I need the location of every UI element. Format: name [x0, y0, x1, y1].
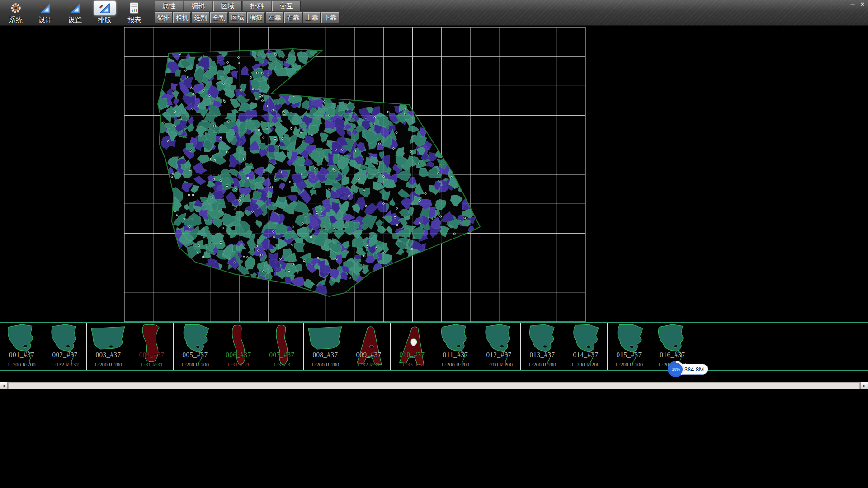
- scrollbar-track[interactable]: [8, 382, 860, 389]
- piece-lr: L:200 R:200: [174, 361, 217, 368]
- piece-lr: L:200 R:200: [564, 361, 607, 368]
- piece-id: 013_#37: [521, 351, 564, 359]
- piece-thumbnail-9[interactable]: 009_#37L:32 R:31: [347, 323, 391, 370]
- progress-circle: 38%: [668, 361, 684, 377]
- tool-button-9[interactable]: 上靠: [303, 12, 321, 23]
- app-button-label: 设计: [38, 16, 52, 24]
- tool-button-6[interactable]: 瑕疵: [247, 12, 265, 23]
- piece-thumbnail-3[interactable]: 003_#37L:200 R:200: [87, 323, 130, 370]
- menu-tab-3[interactable]: 区域: [213, 1, 242, 11]
- piece-id: 015_#37: [608, 351, 651, 359]
- piece-thumbnail-10[interactable]: 010_#37L:33 R:3: [391, 323, 434, 370]
- menu-tab-2[interactable]: 编辑: [184, 1, 212, 11]
- settings-ruler-icon: [68, 1, 82, 15]
- app-button-label: 设置: [68, 16, 82, 24]
- app-button-label: 报表: [127, 16, 141, 24]
- scrollbar-thumb[interactable]: [8, 382, 860, 389]
- piece-thumbnail-14[interactable]: 014_#37L:200 R:200: [564, 323, 608, 370]
- design-ruler-icon: [38, 1, 52, 15]
- piece-id: 011_#37: [434, 351, 477, 359]
- tool-button-1[interactable]: 聚排: [155, 12, 172, 23]
- nesting-layout-icon: [94, 1, 116, 15]
- menu-tab-1[interactable]: 属性: [155, 1, 183, 11]
- piece-thumbnail-6[interactable]: 006_#37L:31 R:21: [217, 323, 260, 370]
- piece-thumbnail-4[interactable]: 004_#37L:31 R:31: [130, 323, 174, 370]
- piece-id: 012_#37: [477, 351, 520, 359]
- piece-id: 007_#37: [260, 351, 303, 359]
- piece-lr: L:132 R:132: [43, 361, 86, 368]
- piece-id: 010_#37: [391, 351, 434, 359]
- piece-lr: L:200 R:200: [434, 361, 477, 368]
- piece-id: 014_#37: [564, 351, 607, 359]
- minimize-button[interactable]: ─: [849, 0, 856, 8]
- piece-id: 006_#37: [217, 351, 260, 359]
- piece-lr: L:33 R:3: [391, 361, 434, 368]
- app-button-1[interactable]: 系统: [2, 1, 29, 24]
- piece-thumbnail-7[interactable]: 007_#37L:3 R:3: [260, 323, 304, 370]
- progress-value: 38%: [672, 367, 680, 371]
- piece-lr: L:31 R:21: [217, 361, 260, 368]
- piece-id: 009_#37: [347, 351, 390, 359]
- menu-area: 属性编辑区域排料交互 聚排相机选割全割区域瑕疵左靠右靠上靠下靠: [150, 0, 340, 25]
- app-button-label: 系统: [9, 16, 23, 24]
- piece-lr: L:3 R:3: [260, 361, 303, 368]
- app-button-4[interactable]: 排版: [91, 1, 118, 24]
- piece-thumbnail-1[interactable]: 001_#37L:700 R:700: [0, 323, 43, 370]
- piece-lr: L:32 R:31: [347, 361, 390, 368]
- app-button-3[interactable]: 设置: [61, 1, 89, 24]
- tool-button-3[interactable]: 选割: [192, 12, 209, 23]
- piece-id: 004_#37: [130, 351, 173, 359]
- piece-lr: L:200 R:200: [608, 361, 651, 368]
- piece-id: 008_#37: [304, 351, 347, 359]
- piece-thumbnail-15[interactable]: 015_#37L:200 R:200: [608, 323, 651, 370]
- piece-lr: L:200 R:200: [304, 361, 347, 368]
- canvas-drawing: [0, 26, 868, 322]
- close-button[interactable]: ✕: [859, 0, 866, 8]
- system-gear-icon: [9, 1, 23, 15]
- app-launcher: 系统设计设置排版报表: [0, 0, 150, 25]
- menu-tab-row: 属性编辑区域排料交互: [155, 0, 340, 11]
- tool-button-8[interactable]: 右靠: [284, 12, 302, 23]
- piece-thumbnail-8[interactable]: 008_#37L:200 R:200: [304, 323, 347, 370]
- tool-button-10[interactable]: 下靠: [321, 12, 339, 23]
- piece-id: 005_#37: [174, 351, 217, 359]
- piece-id: 003_#37: [87, 351, 130, 359]
- menu-tab-5[interactable]: 交互: [272, 1, 301, 11]
- leather-hide[interactable]: [152, 45, 480, 297]
- piece-lr: L:700 R:700: [0, 361, 43, 368]
- piece-thumbnail-2[interactable]: 002_#37L:132 R:132: [43, 323, 87, 370]
- app-button-label: 排版: [98, 16, 112, 24]
- piece-lr: L:200 R:200: [521, 361, 564, 368]
- app-button-5[interactable]: 报表: [121, 1, 148, 24]
- piece-lr: L:200 R:200: [87, 361, 130, 368]
- piece-id: 001_#37: [0, 351, 43, 359]
- tool-button-row: 聚排相机选割全割区域瑕疵左靠右靠上靠下靠: [155, 11, 340, 23]
- piece-lr: L:200 R:200: [477, 361, 520, 368]
- pieces-strip: 001_#37L:700 R:700002_#37L:132 R:132003_…: [0, 322, 868, 371]
- window-controls: ─ ✕: [849, 0, 866, 8]
- piece-thumbnail-13[interactable]: 013_#37L:200 R:200: [521, 323, 564, 370]
- tool-button-5[interactable]: 区域: [229, 12, 246, 23]
- piece-thumbnail-5[interactable]: 005_#37L:200 R:200: [174, 323, 217, 370]
- piece-thumbnail-12[interactable]: 012_#37L:200 R:200: [477, 323, 521, 370]
- toolbar-filler: [340, 0, 868, 25]
- tool-button-2[interactable]: 相机: [173, 12, 191, 23]
- piece-lr: L:31 R:31: [130, 361, 173, 368]
- memory-value: 384.8M: [684, 366, 704, 373]
- horizontal-scrollbar[interactable]: ◄ ►: [0, 382, 868, 389]
- tool-button-7[interactable]: 左靠: [266, 12, 283, 23]
- tool-button-4[interactable]: 全割: [210, 12, 228, 23]
- report-document-icon: [127, 1, 141, 15]
- piece-thumbnail-11[interactable]: 011_#37L:200 R:200: [434, 323, 477, 370]
- piece-id: 016_#37: [651, 351, 694, 359]
- scroll-left-button[interactable]: ◄: [0, 382, 8, 389]
- main-toolbar: 系统设计设置排版报表 属性编辑区域排料交互 聚排相机选割全割区域瑕疵左靠右靠上靠…: [0, 0, 868, 26]
- menu-tab-4[interactable]: 排料: [243, 1, 271, 11]
- scroll-right-button[interactable]: ►: [860, 382, 868, 389]
- piece-id: 002_#37: [43, 351, 86, 359]
- nesting-canvas[interactable]: [0, 26, 868, 322]
- app-button-2[interactable]: 设计: [32, 1, 59, 24]
